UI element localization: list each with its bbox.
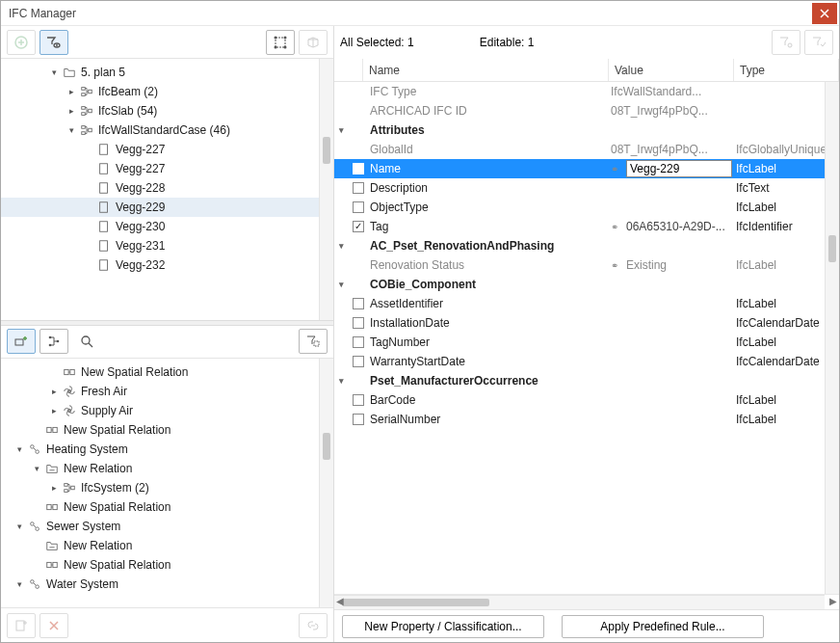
scroll-left-icon[interactable]: ◀ — [336, 596, 344, 606]
tree-item[interactable]: ▸IfcSlab (54) — [1, 101, 333, 121]
tree-item[interactable]: ▾5. plan 5 — [1, 63, 333, 82]
horizontal-scrollbar[interactable] — [334, 595, 825, 609]
struct-icon — [79, 103, 94, 119]
property-group-header[interactable]: ▾Pset_ManufacturerOccurrence — [334, 371, 839, 390]
filter-settings-button[interactable] — [772, 30, 801, 55]
close-button[interactable] — [812, 3, 837, 24]
new-item-button[interactable] — [7, 30, 36, 55]
filter-view-button[interactable] — [39, 30, 68, 55]
tree-item[interactable]: ▾New Relation — [1, 459, 333, 478]
select-bbox-button[interactable] — [266, 30, 295, 55]
expand-icon[interactable]: ▸ — [49, 406, 59, 415]
property-row[interactable]: IFC TypeIfcWallStandard... — [334, 82, 839, 101]
collapse-icon[interactable]: ▾ — [14, 579, 24, 589]
tree-item[interactable]: ▾Sewer System — [1, 517, 333, 536]
tree-item[interactable]: ▾Water System — [1, 575, 333, 594]
property-table[interactable]: IFC TypeIfcWallStandard...ARCHICAD IFC I… — [334, 82, 839, 594]
property-row[interactable]: TagNumberIfcLabel — [334, 333, 839, 352]
model-tree[interactable]: ▾5. plan 5▸IfcBeam (2)▸IfcSlab (54)▾IfcW… — [1, 59, 333, 320]
column-name[interactable]: Name — [363, 59, 609, 81]
expand-icon[interactable]: ▸ — [49, 387, 59, 396]
column-type[interactable]: Type — [734, 59, 839, 81]
expand-icon[interactable]: ▸ — [66, 87, 76, 96]
property-row[interactable]: WarrantyStartDateIfcCalendarDate — [334, 352, 839, 371]
svg-point-50 — [788, 43, 792, 47]
delete-tree-item-button[interactable] — [39, 613, 68, 638]
group-toggle-icon[interactable]: ▾ — [334, 371, 349, 390]
property-checkbox[interactable] — [353, 201, 364, 213]
search-button[interactable] — [72, 329, 101, 354]
property-checkbox[interactable] — [353, 336, 364, 348]
property-checkbox[interactable] — [353, 317, 364, 329]
scroll-right-icon[interactable]: ▶ — [829, 596, 837, 606]
property-checkbox[interactable] — [353, 221, 364, 232]
property-group-header[interactable]: ▾AC_Pset_RenovationAndPhasing — [334, 236, 839, 255]
property-row[interactable]: ARCHICAD IFC ID08T_Irwgf4pPbQ... — [334, 101, 839, 121]
tree-item[interactable]: Vegg-227 — [1, 159, 333, 178]
tree-item[interactable]: New Spatial Relation — [1, 362, 333, 382]
property-row[interactable]: InstallationDateIfcCalendarDate — [334, 313, 839, 333]
property-value-input[interactable] — [626, 160, 732, 177]
property-row[interactable]: DescriptionIfcText — [334, 178, 839, 198]
tree-item[interactable]: Vegg-227 — [1, 140, 333, 159]
group-toggle-icon[interactable]: ▾ — [334, 121, 349, 140]
group-toggle-icon[interactable]: ▾ — [334, 236, 349, 255]
vertical-scrollbar[interactable] — [319, 59, 333, 320]
link-button[interactable] — [299, 613, 328, 638]
tree-item[interactable]: ▸Supply Air — [1, 401, 333, 420]
property-row[interactable]: Renovation Status⚭ExistingIfcLabel — [334, 255, 839, 275]
property-value[interactable]: ⚭ — [609, 159, 734, 178]
vertical-scrollbar[interactable] — [825, 82, 839, 594]
property-row[interactable]: Tag⚭06A65310-A29D-...IfcIdentifier — [334, 217, 839, 236]
column-value[interactable]: Value — [609, 59, 734, 81]
collapse-icon[interactable]: ▾ — [32, 464, 41, 473]
property-row[interactable]: ObjectTypeIfcLabel — [334, 198, 839, 217]
property-row[interactable]: AssetIdentifierIfcLabel — [334, 294, 839, 313]
tree-item[interactable]: Vegg-231 — [1, 236, 333, 255]
apply-rule-button[interactable]: Apply Predefined Rule... — [562, 615, 764, 638]
property-row[interactable]: GlobalId08T_Irwgf4pPbQ...IfcGloballyUniq… — [334, 140, 839, 159]
tree-item[interactable]: Vegg-232 — [1, 255, 333, 275]
group-toggle-icon[interactable]: ▾ — [334, 275, 349, 294]
filter-relation-button[interactable] — [299, 329, 328, 354]
relation-tree[interactable]: New Spatial Relation▸Fresh Air▸Supply Ai… — [1, 359, 333, 607]
tree-item[interactable]: ▸IfcBeam (2) — [1, 82, 333, 101]
tree-item[interactable]: New Spatial Relation — [1, 497, 333, 517]
property-checkbox[interactable] — [353, 356, 364, 367]
tree-item[interactable]: ▸Fresh Air — [1, 382, 333, 401]
property-row[interactable]: BarCodeIfcLabel — [334, 390, 839, 410]
expand-icon[interactable]: ▸ — [49, 483, 59, 493]
collapse-icon[interactable]: ▾ — [14, 522, 24, 531]
property-group-header[interactable]: ▾COBie_Component — [334, 275, 839, 294]
hierarchy-button[interactable] — [39, 329, 68, 354]
property-row[interactable]: SerialNumberIfcLabel — [334, 410, 839, 429]
collapse-icon[interactable]: ▾ — [66, 125, 76, 135]
collapse-icon[interactable]: ▾ — [14, 444, 24, 454]
add-relation-button[interactable] — [7, 329, 36, 354]
tree-item[interactable]: New Spatial Relation — [1, 420, 333, 440]
expand-icon[interactable]: ▸ — [66, 106, 76, 116]
collapse-icon[interactable]: ▾ — [49, 67, 59, 77]
zoom-3d-button[interactable] — [299, 30, 328, 55]
tree-item[interactable]: ▸IfcSystem (2) — [1, 478, 333, 497]
property-checkbox[interactable] — [353, 298, 364, 309]
property-checkbox[interactable] — [353, 414, 364, 425]
property-group-header[interactable]: ▾Attributes — [334, 121, 839, 140]
filter-selection-icon — [305, 334, 321, 349]
property-row[interactable]: Name⚭IfcLabel — [334, 159, 839, 178]
property-checkbox[interactable] — [353, 163, 364, 174]
tree-item[interactable]: Vegg-229 — [1, 198, 333, 217]
filter-check-button[interactable] — [804, 30, 833, 55]
tree-item[interactable]: Vegg-228 — [1, 178, 333, 198]
new-property-button[interactable]: New Property / Classification... — [342, 615, 544, 638]
tree-item[interactable]: ▾Heating System — [1, 440, 333, 459]
new-tree-item-button[interactable] — [7, 613, 36, 638]
tree-item[interactable]: New Spatial Relation — [1, 555, 333, 575]
folderrel-icon — [44, 538, 60, 553]
tree-item[interactable]: Vegg-230 — [1, 217, 333, 236]
vertical-scrollbar[interactable] — [319, 359, 333, 607]
tree-item[interactable]: New Relation — [1, 536, 333, 555]
property-checkbox[interactable] — [353, 182, 364, 194]
property-checkbox[interactable] — [353, 394, 364, 406]
tree-item[interactable]: ▾IfcWallStandardCase (46) — [1, 121, 333, 140]
